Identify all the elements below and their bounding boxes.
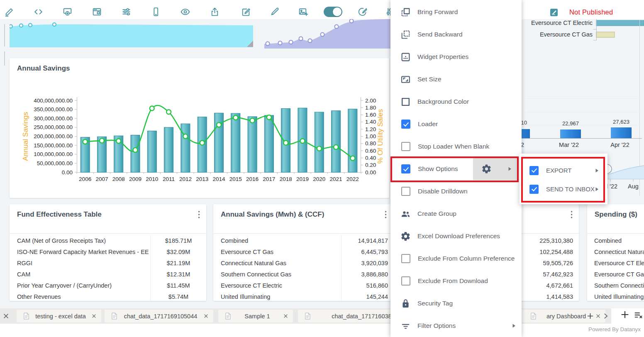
line-point-2006[interactable] bbox=[83, 139, 88, 144]
menu-item-widget-properties[interactable]: Widget Properties bbox=[390, 46, 522, 68]
line-point-2022[interactable] bbox=[350, 156, 355, 161]
table-row[interactable]: United Illuminating145,244 bbox=[213, 291, 393, 302]
menu-item-excel-download-preferences[interactable]: Excel Download Preferences bbox=[390, 225, 522, 247]
toolbar-toggle[interactable] bbox=[324, 7, 342, 17]
table-row[interactable]: Combined14,914,817 bbox=[213, 235, 393, 246]
bar-2014[interactable] bbox=[215, 113, 224, 172]
menu-item-send-backward[interactable]: Send Backward bbox=[390, 23, 522, 46]
line-point-2019[interactable] bbox=[300, 139, 305, 143]
bar-2010[interactable] bbox=[147, 131, 156, 173]
gear-icon[interactable] bbox=[481, 164, 492, 174]
table-row[interactable]: Connecticut Natural Gas3,920,039 bbox=[213, 257, 393, 269]
tab-testing-excel-data[interactable]: testing - excel data bbox=[17, 310, 101, 322]
toolbar-edit-icon[interactable] bbox=[4, 7, 15, 17]
close-tab-icon[interactable] bbox=[283, 314, 288, 318]
toolbar-add-widget-icon[interactable] bbox=[62, 7, 73, 17]
tab-list-remove-icon[interactable] bbox=[634, 311, 643, 319]
table-row[interactable]: CAM (Net of Gross Receipts Tax)$185.71M bbox=[10, 235, 206, 246]
utility-hbar-chart[interactable]: Eversource CT Electric Eversource CT Gas bbox=[515, 18, 644, 45]
widget-resize-handle[interactable] bbox=[247, 41, 253, 47]
close-tab-icon[interactable] bbox=[204, 314, 208, 318]
menu-checkbox[interactable] bbox=[401, 276, 410, 286]
menu-item-loader[interactable]: Loader bbox=[390, 113, 522, 135]
toolbar-tune-icon[interactable] bbox=[121, 7, 132, 17]
bar-2015[interactable] bbox=[231, 113, 240, 172]
line-point-2010[interactable] bbox=[150, 106, 154, 111]
menu-checkbox[interactable] bbox=[401, 120, 410, 129]
menu-checkbox[interactable] bbox=[401, 142, 410, 151]
menu-item-filter-options[interactable]: Filter Options bbox=[390, 315, 522, 337]
bar-mar[interactable] bbox=[560, 129, 581, 138]
bar-2016[interactable] bbox=[248, 117, 257, 172]
bar-2012[interactable] bbox=[181, 124, 190, 172]
cyan-area-sparkline[interactable] bbox=[10, 20, 253, 47]
table-row[interactable]: Other Revenues$5.74M bbox=[10, 291, 206, 302]
purple-area-sparkline[interactable] bbox=[264, 18, 393, 49]
line-point-2007[interactable] bbox=[100, 138, 104, 143]
line-point-2015[interactable] bbox=[233, 115, 238, 120]
bar-2009[interactable] bbox=[131, 135, 140, 173]
hbar-gas[interactable] bbox=[596, 32, 615, 37]
submenu-checkbox[interactable] bbox=[529, 185, 539, 194]
table-row[interactable]: United Illuminating bbox=[587, 291, 644, 302]
monthly-bar-chart[interactable]: 10 22,967 27,623 22 Mar '22 Apr '22 bbox=[508, 95, 644, 151]
close-tab-icon[interactable] bbox=[596, 314, 600, 318]
table-row[interactable]: Eversource CT Gas bbox=[587, 269, 644, 280]
menu-checkbox[interactable] bbox=[401, 187, 410, 196]
menu-item-exclude-from-column-preference[interactable]: Exclude From Column Preference bbox=[390, 247, 522, 270]
table-row[interactable]: Eversource CT Electric516,860 bbox=[213, 280, 393, 291]
line-point-2009[interactable] bbox=[133, 148, 138, 152]
bar-2017[interactable] bbox=[264, 115, 273, 172]
line-point-2021[interactable] bbox=[334, 145, 338, 149]
menu-item-stop-loader-when-blank[interactable]: Stop Loader When Blank bbox=[390, 135, 522, 158]
line-point-2013[interactable] bbox=[200, 141, 205, 145]
bar-2022[interactable] bbox=[348, 109, 357, 172]
line-point-2020[interactable] bbox=[317, 146, 322, 151]
table-row[interactable]: Eversource CT Gas6,445,793 bbox=[213, 246, 393, 257]
tab-sample-1[interactable]: Sample 1 bbox=[218, 310, 293, 322]
toolbar-layout-icon[interactable] bbox=[92, 7, 102, 17]
menu-item-security-tag[interactable]: Security Tag bbox=[390, 292, 522, 315]
table-row[interactable]: Prior Year Carryover / (CarryUnder)$11.4… bbox=[10, 280, 206, 291]
toolbar-rename-icon[interactable] bbox=[241, 7, 251, 17]
add-tab-icon[interactable] bbox=[587, 313, 594, 320]
close-all-tabs-icon[interactable] bbox=[3, 313, 9, 319]
annual-savings-widget[interactable]: Annual Savings 0.0050,000,000.00100,000,… bbox=[10, 58, 389, 198]
toolbar-theme-icon[interactable] bbox=[357, 7, 368, 17]
submenu-checkbox[interactable] bbox=[529, 166, 539, 175]
hbar-electric[interactable] bbox=[596, 20, 644, 26]
line-point-2014[interactable] bbox=[217, 122, 221, 127]
menu-checkbox[interactable] bbox=[401, 164, 410, 173]
table-row[interactable]: Eversource CT Electric bbox=[587, 257, 644, 269]
table-row[interactable]: Southern Connecticut Gas3,886,880 bbox=[213, 269, 393, 280]
menu-item-background-color[interactable]: Background Color bbox=[390, 90, 522, 113]
bar-2021[interactable] bbox=[332, 111, 341, 172]
table-row[interactable]: RGGI$21.19M bbox=[10, 257, 206, 269]
toolbar-code-icon[interactable] bbox=[33, 7, 44, 17]
menu-item-bring-forward[interactable]: Bring Forward bbox=[390, 1, 522, 23]
toolbar-device-icon[interactable] bbox=[151, 7, 161, 17]
menu-checkbox[interactable] bbox=[401, 254, 410, 263]
menu-item-create-group[interactable]: Create Group bbox=[390, 203, 522, 225]
table-row[interactable]: Southern Connecticut Gas bbox=[587, 280, 644, 291]
spending-widget[interactable]: Spending ($) CombinedConnecticut Natural… bbox=[587, 204, 644, 301]
menu-item-exclude-from-download[interactable]: Exclude From Download bbox=[390, 270, 522, 292]
line-point-2016[interactable] bbox=[250, 118, 255, 123]
menu-item-disable-drilldown[interactable]: Disable Drilldown bbox=[390, 180, 522, 203]
submenu-item-export[interactable]: EXPORT bbox=[523, 161, 603, 180]
line-point-2012[interactable] bbox=[183, 134, 188, 139]
submenu-item-send-to-inbox[interactable]: SEND TO INBOX bbox=[523, 180, 603, 198]
table-row[interactable]: Combined bbox=[587, 235, 644, 246]
annual-savings-mwh-widget[interactable]: Annual Savings (Mwh) & (CCF) Combined14,… bbox=[213, 204, 393, 301]
toolbar-draw-icon[interactable] bbox=[269, 7, 280, 17]
annual-savings-chart[interactable]: 0.0050,000,000.00100,000,000.00150,000,0… bbox=[10, 58, 389, 198]
line-point-2017[interactable] bbox=[267, 115, 271, 120]
table-row[interactable]: Connecticut Natural Gas bbox=[587, 246, 644, 257]
show-options-gear-segment[interactable] bbox=[473, 158, 517, 180]
new-dashboard-icon[interactable] bbox=[621, 310, 629, 319]
fund-effectiveness-widget[interactable]: Fund Effectiveness Table CAM (Net of Gro… bbox=[10, 204, 206, 301]
bar-apr[interactable] bbox=[611, 127, 632, 138]
menu-item-show-options[interactable]: Show Options bbox=[390, 158, 522, 180]
widget-menu-kebab-icon[interactable] bbox=[571, 211, 573, 218]
table-row[interactable]: CAM$12.31M bbox=[10, 269, 206, 280]
